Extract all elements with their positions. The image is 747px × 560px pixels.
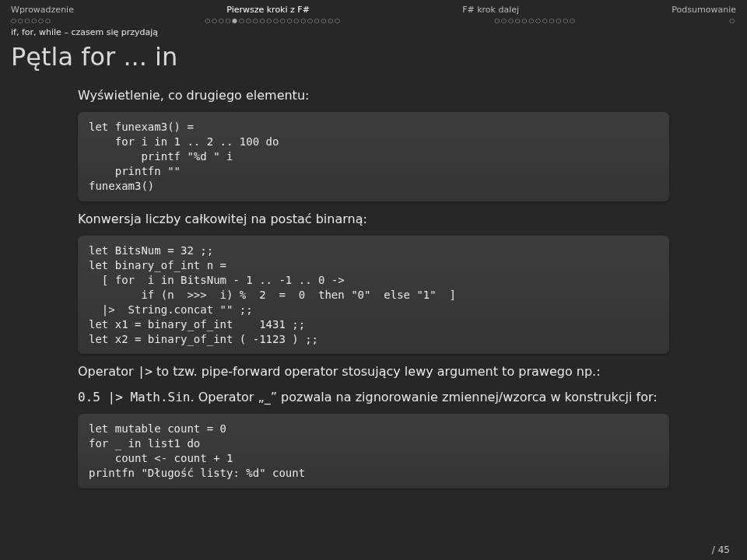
p4-code: 0.5 |> Math.Sin [78, 390, 191, 404]
nav-pierwsze-kroki[interactable]: Pierwsze kroki z F# [226, 5, 310, 15]
code-block-2: let BitsNum = 32 ;; let binary_of_int n … [78, 236, 669, 354]
nav-wprowadzenie[interactable]: Wprowadzenie [11, 5, 74, 15]
dots-section-4: ○ [729, 17, 736, 24]
nav-bar: Wprowadzenie Pierwsze kroki z F# F# krok… [0, 0, 747, 16]
dots-section-1: ○○○○○○ [11, 17, 52, 24]
paragraph-3: Operator |> to tzw. pipe-forward operato… [78, 363, 669, 380]
code-block-3: let mutable count = 0 for _ in list1 do … [78, 414, 669, 488]
slide-content: Wyświetlenie, co drugiego elementu: let … [0, 87, 747, 488]
pipe-operator: |> [138, 364, 153, 379]
paragraph-1: Wyświetlenie, co drugiego elementu: [78, 87, 669, 104]
progress-dots: ○○○○○○ ○○○○●○○○○○○○○○○○○○○○ ○○○○○○○○○○○○… [0, 16, 747, 26]
nav-krok-dalej[interactable]: F# krok dalej [462, 5, 519, 15]
subsection-title: if, for, while – czasem się przydają [0, 26, 747, 40]
p3-mid: to tzw. pipe-forward operator stosujący … [153, 364, 601, 379]
paragraph-2: Konwersja liczby całkowitej na postać bi… [78, 211, 669, 228]
dots-section-2: ○○○○●○○○○○○○○○○○○○○○ [205, 17, 342, 24]
slide-counter: / 45 [712, 544, 730, 555]
dots-section-3: ○○○○○○○○○○○○ [494, 17, 576, 24]
slide-title: Pętla for ... in [0, 40, 747, 82]
nav-podsumowanie[interactable]: Podsumowanie [672, 5, 736, 15]
p4-post: . Operator „_” pozwala na zignorowanie z… [191, 390, 658, 404]
p3-pre: Operator [78, 364, 138, 379]
paragraph-4: 0.5 |> Math.Sin. Operator „_” pozwala na… [78, 389, 669, 406]
code-block-1: let funexam3() = for i in 1 .. 2 .. 100 … [78, 112, 669, 201]
